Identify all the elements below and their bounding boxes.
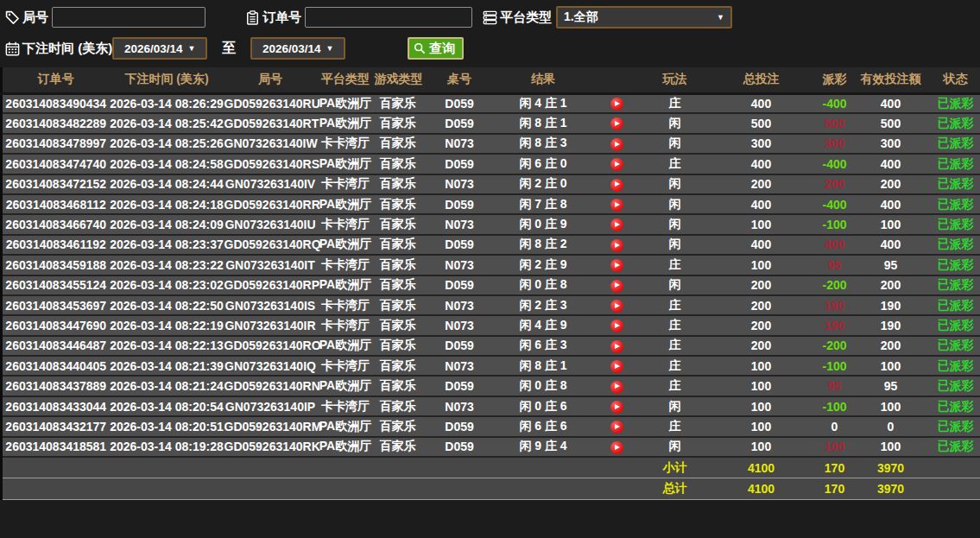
cell-valid: 500 <box>852 113 930 133</box>
summary-payout: 170 <box>818 478 852 500</box>
cell-status: 已派彩 <box>930 235 980 255</box>
cell-play: 庄 <box>645 416 705 436</box>
table-row: 2603140834321772026-03-14 08:20:51GD0592… <box>2 416 980 436</box>
table-row: 2603140834404052026-03-14 08:21:39GN0732… <box>2 356 980 376</box>
cell-order: 260314083478997 <box>2 134 110 154</box>
cell-total: 200 <box>705 295 818 315</box>
cell-result: 闲 6 庄 3 <box>498 336 589 356</box>
column-header-round-number: 局号 <box>224 67 317 93</box>
calendar-icon <box>5 41 20 56</box>
cell-play: 庄 <box>645 255 705 275</box>
cell-game: 百家乐 <box>375 295 421 315</box>
platform-type-select[interactable]: 1.全部 ▼ <box>556 6 732 28</box>
play-video-icon[interactable] <box>610 441 623 454</box>
cell-platform: PA欧洲厅 <box>317 416 375 436</box>
cell-time: 2026-03-14 08:21:24 <box>110 376 224 396</box>
cell-total: 100 <box>705 214 818 234</box>
play-video-icon[interactable] <box>610 360 623 373</box>
cell-time: 2026-03-14 08:24:58 <box>110 154 224 174</box>
play-video-icon[interactable] <box>610 98 623 111</box>
play-video-icon[interactable] <box>610 259 623 272</box>
order-number-label: 订单号 <box>262 9 301 26</box>
bet-time-label: 下注时间 (美东) <box>22 41 112 57</box>
cell-result: 闲 9 庄 4 <box>498 437 589 457</box>
cell-payout: -400 <box>818 93 852 113</box>
cell-time: 2026-03-14 08:19:28 <box>110 437 224 457</box>
cell-icon <box>589 478 645 500</box>
cell-game: 百家乐 <box>375 174 421 194</box>
cell-status: 已派彩 <box>930 356 980 376</box>
cell-order: 260314083455124 <box>2 275 110 295</box>
cell-total: 500 <box>705 113 818 133</box>
cell-game <box>375 457 421 478</box>
cell-platform <box>317 457 375 478</box>
play-video-icon[interactable] <box>610 199 623 212</box>
play-video-icon[interactable] <box>610 138 623 151</box>
cell-round: GD059263140RO <box>224 336 317 356</box>
play-video-icon[interactable] <box>610 320 623 332</box>
cell-table_no: N073 <box>421 356 498 376</box>
search-button[interactable]: 查询 <box>408 37 464 60</box>
cell-valid: 100 <box>852 356 930 376</box>
table-row: 2603140834330442026-03-14 08:20:54GN0732… <box>2 396 980 416</box>
cell-round: GN073263140IT <box>224 255 317 275</box>
cell-time: 2026-03-14 08:25:42 <box>110 113 224 133</box>
cell-valid: 95 <box>852 255 930 275</box>
chevron-down-icon: ▼ <box>326 44 334 53</box>
cell-order: 260314083482289 <box>2 113 110 133</box>
cell-valid: 0 <box>852 416 930 436</box>
cell-order: 260314083418581 <box>2 437 110 457</box>
cell-game: 百家乐 <box>375 275 421 295</box>
cell-result: 闲 8 庄 1 <box>498 356 589 376</box>
cell-time: 2026-03-14 08:20:51 <box>110 416 224 436</box>
cell-platform: PA欧洲厅 <box>317 336 375 356</box>
cell-result: 闲 0 庄 8 <box>498 376 589 396</box>
cell-table_no: D059 <box>421 93 498 113</box>
cell-total: 100 <box>705 437 818 457</box>
table-row: 2603140834551242026-03-14 08:23:02GD0592… <box>2 275 980 295</box>
play-video-icon[interactable] <box>610 381 623 394</box>
play-video-icon[interactable] <box>610 300 623 313</box>
play-video-icon[interactable] <box>610 421 623 434</box>
cell-status: 已派彩 <box>930 295 980 315</box>
filter-row-top: 局号 订单号 平台类型 1.全部 ▼ <box>0 4 980 30</box>
cell-result: 闲 8 庄 1 <box>498 113 589 133</box>
cell-play: 闲 <box>645 194 705 214</box>
cell-time: 2026-03-14 08:25:26 <box>110 134 224 154</box>
cell-status: 已派彩 <box>930 376 980 396</box>
cell-result: 闲 4 庄 1 <box>498 93 589 113</box>
cell-round: GN073263140IP <box>224 396 317 416</box>
cell-icon <box>589 134 645 154</box>
cell-payout: 95 <box>818 255 852 275</box>
table-row: 2603140834476902026-03-14 08:22:19GN0732… <box>2 315 980 335</box>
column-header-bet-time: 下注时间 (美东) <box>110 67 224 93</box>
play-video-icon[interactable] <box>610 239 623 252</box>
cell-result: 闲 0 庄 8 <box>498 275 589 295</box>
date-to-select[interactable]: 2026/03/14 ▼ <box>250 37 345 60</box>
server-stack-icon <box>483 10 497 25</box>
date-from-select[interactable]: 2026/03/14 ▼ <box>112 37 207 60</box>
play-video-icon[interactable] <box>610 340 623 353</box>
cell-icon <box>589 214 645 234</box>
column-header-status: 状态 <box>930 67 980 93</box>
play-video-icon[interactable] <box>610 280 623 293</box>
round-number-input[interactable] <box>52 7 205 28</box>
cell-valid: 400 <box>852 235 930 255</box>
cell-status: 已派彩 <box>930 134 980 154</box>
order-number-input[interactable] <box>305 7 472 28</box>
cell-time <box>110 457 224 478</box>
column-header-result: 结果 <box>498 67 589 93</box>
table-row: 2603140834591882026-03-14 08:23:22GN0732… <box>2 255 980 275</box>
cell-result <box>498 478 589 500</box>
play-video-icon[interactable] <box>610 179 623 192</box>
cell-round: GN073263140IQ <box>224 356 317 376</box>
cell-order: 260314083490434 <box>2 93 110 113</box>
cell-total: 200 <box>705 174 818 194</box>
play-video-icon[interactable] <box>610 401 623 414</box>
cell-play: 庄 <box>645 154 705 174</box>
play-video-icon[interactable] <box>610 117 623 130</box>
play-video-icon[interactable] <box>610 218 623 231</box>
cell-time: 2026-03-14 08:22:50 <box>110 295 224 315</box>
cell-total: 200 <box>705 336 818 356</box>
play-video-icon[interactable] <box>610 158 623 171</box>
